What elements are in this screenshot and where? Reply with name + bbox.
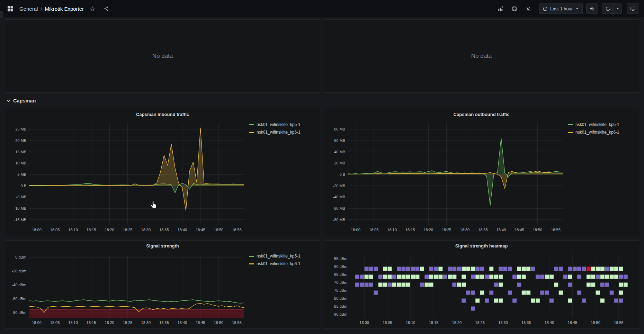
add-panel-icon[interactable] — [495, 3, 506, 14]
svg-text:25 MB: 25 MB — [15, 127, 26, 131]
panel-title[interactable]: Capsman outbound traffic — [324, 109, 639, 119]
zoom-out-button[interactable] — [586, 3, 598, 14]
time-range-label: Last 1 hour — [550, 6, 573, 11]
svg-text:20 MB: 20 MB — [334, 161, 345, 165]
svg-text:18:35: 18:35 — [159, 228, 169, 232]
star-icon[interactable] — [87, 3, 98, 14]
clock-icon — [543, 6, 548, 11]
svg-text:-55 dBm: -55 dBm — [333, 256, 347, 261]
refresh-icon[interactable] — [602, 3, 614, 14]
legend-label: nsk01_wifinsklite_kp5-1 — [257, 254, 301, 259]
chart-svg[interactable]: 0 dBm-20 dBm-40 dBm-60 dBm-80 dBm18:0018… — [7, 251, 247, 327]
panel-title[interactable]: Signal strength heatmap — [324, 241, 639, 251]
chevron-down-icon — [6, 99, 11, 103]
svg-text:-75 dBm: -75 dBm — [333, 288, 347, 292]
legend-swatch — [249, 132, 254, 133]
svg-text:-85 dBm: -85 dBm — [333, 304, 347, 308]
legend-item[interactable]: nsk01_wifinsklite_kp5-1 — [249, 254, 316, 259]
legend-item[interactable]: nsk01_wifinsklite_kp6-1 — [568, 130, 635, 135]
legend-label: nsk01_wifinsklite_kp6-1 — [575, 130, 619, 135]
legend-label: nsk01_wifinsklite_kp6-1 — [257, 261, 301, 266]
inbound-traffic-chart[interactable]: -15 MB-10 MB-5 MB0 B5 MB10 MB15 MB20 MB2… — [7, 119, 247, 234]
time-range-picker[interactable]: Last 1 hour — [539, 3, 583, 14]
legend-label: nsk01_wifinsklite_kp5-1 — [257, 122, 301, 127]
svg-text:18:10: 18:10 — [68, 228, 78, 232]
row-signal: Signal strength 0 dBm-20 dBm-40 dBm-60 d… — [5, 240, 639, 329]
svg-text:18:50: 18:50 — [533, 228, 543, 232]
refresh-split-button — [602, 3, 622, 14]
svg-text:18:45: 18:45 — [196, 228, 205, 232]
svg-text:18:45: 18:45 — [196, 321, 205, 325]
svg-text:18:10: 18:10 — [68, 321, 78, 325]
svg-text:18:15: 18:15 — [87, 321, 96, 325]
svg-text:-80 dBm: -80 dBm — [12, 310, 26, 315]
panel-title[interactable]: Signal strength — [5, 241, 320, 251]
signal-strength-chart[interactable]: 0 dBm-20 dBm-40 dBm-60 dBm-80 dBm18:0018… — [7, 251, 247, 327]
svg-text:18:00: 18:00 — [351, 228, 360, 232]
svg-text:18:35: 18:35 — [159, 321, 169, 325]
share-icon[interactable] — [101, 3, 111, 14]
outbound-traffic-chart[interactable]: -80 MB-60 MB-40 MB-20 MB0 B20 MB40 MB60 … — [325, 119, 566, 234]
dashboard-canvas: No data No data Capsman Capsman Inbound … — [0, 17, 644, 332]
row-top-panels: No data No data — [5, 19, 639, 93]
svg-text:18:30: 18:30 — [498, 321, 508, 325]
svg-text:18:55: 18:55 — [232, 228, 242, 232]
svg-text:18:55: 18:55 — [614, 321, 624, 325]
svg-text:18:50: 18:50 — [214, 321, 224, 325]
legend-swatch — [249, 256, 254, 257]
settings-gear-icon[interactable] — [523, 3, 534, 14]
tv-mode-button[interactable] — [627, 3, 639, 14]
save-icon[interactable] — [509, 3, 520, 14]
legend-item[interactable]: nsk01_wifinsklite_kp5-1 — [568, 122, 635, 127]
breadcrumb: General / Mikrotik Exporter — [19, 6, 84, 12]
svg-text:18:00: 18:00 — [32, 321, 42, 325]
svg-text:18:40: 18:40 — [545, 321, 554, 325]
svg-text:18:45: 18:45 — [515, 228, 524, 232]
row-toggle-capsman[interactable]: Capsman — [5, 93, 639, 109]
legend-swatch — [249, 263, 254, 264]
svg-text:18:20: 18:20 — [105, 228, 114, 232]
svg-text:18:05: 18:05 — [50, 228, 60, 232]
svg-text:-15 MB: -15 MB — [14, 218, 26, 222]
chart-svg[interactable]: -80 MB-60 MB-40 MB-20 MB0 B20 MB40 MB60 … — [325, 119, 566, 234]
svg-text:18:05: 18:05 — [383, 321, 392, 325]
svg-text:18:00: 18:00 — [359, 321, 369, 325]
breadcrumb-dashboard[interactable]: Mikrotik Exporter — [45, 6, 84, 12]
svg-text:18:25: 18:25 — [475, 321, 485, 325]
svg-text:18:10: 18:10 — [406, 321, 415, 325]
svg-text:-5 MB: -5 MB — [16, 195, 26, 199]
svg-text:18:55: 18:55 — [232, 321, 242, 325]
legend-item[interactable]: nsk01_wifinsklite_kp5-1 — [249, 122, 316, 127]
svg-text:18:25: 18:25 — [123, 321, 133, 325]
svg-text:18:25: 18:25 — [442, 228, 451, 232]
svg-text:18:40: 18:40 — [497, 228, 506, 232]
panel-capsman-outbound: Capsman outbound traffic -80 MB-60 MB-40… — [324, 109, 639, 236]
svg-text:18:30: 18:30 — [141, 321, 151, 325]
svg-text:60 MB: 60 MB — [334, 138, 345, 143]
panel-capsman-inbound: Capsman Inbound traffic -15 MB-10 MB-5 M… — [5, 109, 320, 236]
panel-signal-heatmap: Signal strength heatmap 18:0018:0518:101… — [324, 240, 639, 329]
legend-item[interactable]: nsk01_wifinsklite_kp6-1 — [249, 261, 316, 266]
svg-text:-80 MB: -80 MB — [333, 218, 345, 222]
svg-text:10 MB: 10 MB — [15, 161, 26, 165]
chart-svg[interactable]: -15 MB-10 MB-5 MB0 B5 MB10 MB15 MB20 MB2… — [7, 119, 247, 234]
refresh-interval-caret[interactable] — [614, 3, 622, 14]
panel-title[interactable]: Capsman Inbound traffic — [5, 109, 320, 119]
breadcrumb-separator: / — [41, 6, 42, 12]
apps-grid-icon[interactable] — [5, 3, 15, 14]
svg-text:18:20: 18:20 — [105, 321, 114, 325]
svg-text:-10 MB: -10 MB — [14, 206, 26, 210]
svg-text:18:50: 18:50 — [591, 321, 600, 325]
svg-text:-65 dBm: -65 dBm — [333, 272, 347, 277]
svg-text:18:15: 18:15 — [405, 228, 415, 232]
signal-heatmap-chart[interactable]: 18:0018:0518:1018:1518:2018:2518:3018:35… — [325, 251, 637, 327]
legend-label: nsk01_wifinsklite_kp5-1 — [575, 122, 619, 127]
svg-text:18:25: 18:25 — [123, 228, 133, 232]
no-data-message: No data — [324, 20, 639, 92]
svg-text:18:30: 18:30 — [460, 228, 470, 232]
legend-swatch — [249, 124, 254, 125]
breadcrumb-folder[interactable]: General — [19, 6, 38, 12]
legend-item[interactable]: nsk01_wifinsklite_kp6-1 — [249, 130, 316, 135]
heatmap-svg[interactable]: 18:0018:0518:1018:1518:2018:2518:3018:35… — [325, 251, 637, 327]
svg-text:-60 MB: -60 MB — [333, 206, 345, 210]
